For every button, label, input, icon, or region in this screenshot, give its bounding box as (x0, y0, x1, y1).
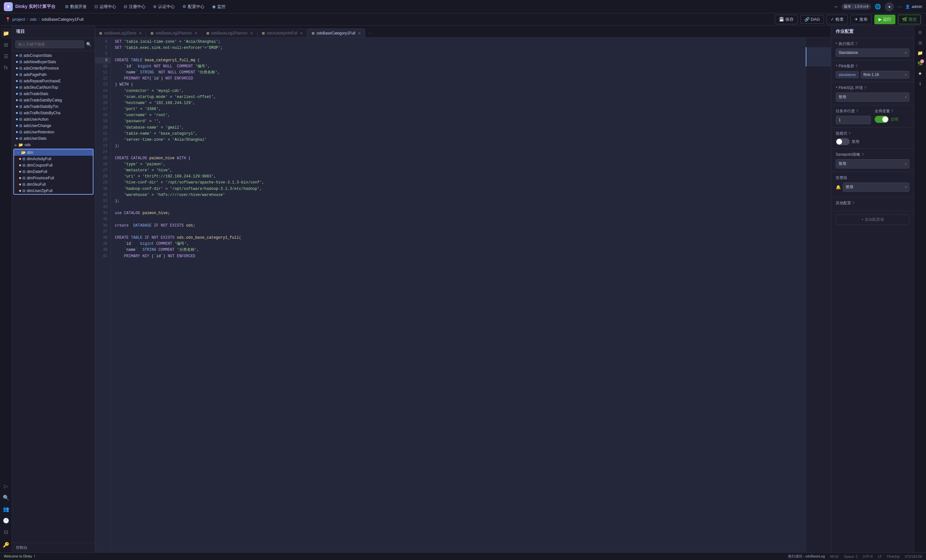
admin-dropdown[interactable]: 👤 admin (905, 5, 922, 9)
run-button[interactable]: ▶ 运行 (874, 15, 896, 24)
avatar-button[interactable]: ● (885, 2, 894, 11)
sidebar-icon-fx[interactable]: fx (1, 62, 11, 73)
exec-mode-select[interactable]: Standalone ▾ (836, 48, 909, 57)
rt-layout-btn[interactable]: ⊞ (916, 38, 925, 47)
tabs-bar: ⊞ odsBaseLog2Doris ✕ ⊞ odsBaseLog2Paimon… (95, 26, 831, 38)
tree-item-adsTradeStatsByCateg[interactable]: ⊞ adsTradeSatsByCateg (12, 97, 95, 103)
rt-star-btn[interactable]: ★ (916, 69, 925, 78)
tree-item-dimProvinceFull[interactable]: ⊞ dimProvinceFull (14, 175, 93, 181)
breadcrumb-ods[interactable]: ods (30, 17, 37, 22)
check-button[interactable]: ✓ 检查 (826, 15, 848, 24)
expand-icon[interactable]: ⇔ (834, 5, 838, 9)
global-var-toggle-label: 启用 (891, 117, 898, 122)
tab-close-icon[interactable]: ✕ (250, 31, 253, 35)
sidebar-icon-search[interactable]: 🔍 (1, 492, 11, 502)
tree-item-dimUserZipFull[interactable]: ⊞ dimUserZipFull (14, 188, 93, 194)
nav-data-dev[interactable]: ⊞ 数据开发 (62, 2, 90, 11)
sidebar-icon-arrow[interactable]: ▷ (1, 481, 11, 491)
add-config-button[interactable]: + 添加配置项 (836, 215, 909, 225)
tree-item-adsNewBuyerStats[interactable]: ⊞ adsNewBuyerStats (12, 59, 95, 65)
tree-item-adsUserAction[interactable]: ⊞ adsUserAction (12, 116, 95, 123)
search-input[interactable] (15, 41, 84, 48)
tree-item-dimDateFull[interactable]: ⊞ dimDateFull (14, 168, 93, 175)
globe-icon[interactable]: 🌐 (875, 3, 881, 9)
tree-item-adsRepeatPurchaseE[interactable]: ⊞ adsRepeatPurchaseE (12, 78, 95, 84)
folder-icon: 📂 (18, 143, 23, 147)
tab-log2paimon2[interactable]: ⊞ odsBaseLog2Paimon ✕ (202, 29, 257, 37)
sidebar-icon-grid[interactable]: ⊟ (1, 527, 11, 537)
publish-button[interactable]: ✈ 发布 (850, 15, 872, 24)
global-var-toggle[interactable] (875, 116, 889, 123)
dot-icon (19, 171, 21, 173)
tree-item-adsTradeStats[interactable]: ⊞ adsTradeStats (12, 91, 95, 97)
sidebar-icon-project[interactable]: 📁 (1, 28, 11, 38)
tree-item-adsUserChange[interactable]: ⊞ adsUserChange (12, 123, 95, 129)
global-var-help-icon[interactable]: ? (891, 109, 893, 114)
savepoint-help-icon[interactable]: ? (862, 153, 864, 157)
folder-dim[interactable]: ▼ 📂 dim (14, 149, 93, 156)
tab-close-icon[interactable]: ✕ (139, 31, 142, 35)
tab-activityinfo[interactable]: ⊞ odsActivityInfoFull ✕ (258, 29, 307, 37)
tree-item-adsSkuCartNumTop[interactable]: ⊞ adsSkuCartNumTop: (12, 84, 95, 91)
nav-monitor[interactable]: ◉ 监控 (209, 2, 229, 11)
save-button[interactable]: 💾 保存 (775, 15, 798, 24)
exec-mode-help-icon[interactable]: ? (855, 42, 858, 46)
nav-registry[interactable]: ⊟ 注册中心 (121, 2, 149, 11)
other-config-help-icon[interactable]: ? (852, 201, 855, 206)
tree-item-dimActivityFull[interactable]: ⊞ dimActivityFull (14, 156, 93, 162)
dot-icon (16, 67, 18, 69)
batch-mode-toggle[interactable] (836, 138, 850, 145)
nav-auth[interactable]: ⊛ 认证中心 (150, 2, 178, 11)
sidebar-icon-list[interactable]: ☰ (1, 51, 11, 61)
tree-item-adsPagePath[interactable]: ⊞ adsPagePath (12, 71, 95, 78)
rt-folder-btn[interactable]: 📁 (916, 48, 925, 58)
savepoint-select[interactable]: 禁用 ▾ (836, 159, 909, 168)
check-label: 检查 (835, 17, 844, 22)
folder-ods[interactable]: ▶ 📂 ods (12, 142, 95, 148)
tree-item-label: adsTradeStatsByTm (24, 104, 58, 109)
config-parallel-global: 任务并行度 ? 全局变量 ? 启用 (831, 105, 914, 128)
tab-close-icon[interactable]: ✕ (358, 31, 361, 35)
task-parallel-help-icon[interactable]: ? (856, 109, 858, 114)
tree-item-adsCouponStats[interactable]: ⊞ adsCouponStats (12, 52, 95, 59)
tab-close-icon[interactable]: ✕ (195, 31, 197, 35)
nav-ops[interactable]: ⊡ 运维中心 (91, 2, 119, 11)
tree-item-dimSkuFull[interactable]: ⊞ dimSkuFull (14, 181, 93, 188)
alert-group-label: 告警组 (836, 175, 909, 181)
dag-button[interactable]: 🔗 DAG (800, 15, 824, 24)
sidebar-icon-table[interactable]: ⊞ (1, 39, 11, 50)
tree-item-dimCouponFull[interactable]: ⊞ dimCouponFull (14, 162, 93, 168)
tree-item-adsTrafficStatsByCha[interactable]: ⊞ adsTrafficStatsByCha (12, 110, 95, 116)
tree-item-adsTradeStatsByTm[interactable]: ⊞ adsTradeStatsByTm (12, 103, 95, 110)
alert-group-select[interactable]: 禁用 ▾ (843, 183, 909, 192)
tab-close-icon[interactable]: ✕ (300, 31, 303, 35)
tree-item-adsUserRetention[interactable]: ⊞ adsUserRetention (12, 129, 95, 135)
breadcrumb-project[interactable]: project (12, 17, 25, 22)
rt-notification-btn[interactable]: 🌿 1 (916, 59, 925, 68)
console-bar[interactable]: 控制台 (12, 543, 95, 552)
tab-more-button[interactable]: ··· (366, 29, 374, 37)
task-parallel-input[interactable] (836, 116, 871, 124)
sidebar-icon-key[interactable]: 🔑 (1, 540, 11, 550)
rt-settings-btn[interactable]: ⚙ (916, 28, 925, 37)
tree-item-label: adsRepeatPurchaseE (24, 79, 61, 83)
sidebar-icon-clock[interactable]: 🕐 (1, 515, 11, 525)
tab-log2paimon1[interactable]: ⊞ odsBaseLog2Paimon ✕ (147, 29, 201, 37)
tab-category1full[interactable]: ⊞ odsBaseCategory1Full ✕ (307, 29, 365, 37)
batch-mode-help-icon[interactable]: ? (849, 132, 851, 136)
code-content[interactable]: SET 'table.local-time-zone' = 'Asia/Shan… (111, 38, 805, 552)
cluster-select[interactable]: flink-1.18 ▾ (861, 71, 909, 79)
search-icon[interactable]: 🔍 (86, 42, 92, 47)
tree-item-adsUserStats[interactable]: ⊞ adsUserStats (12, 135, 95, 142)
nav-config[interactable]: ⚙ 配置中心 (179, 2, 208, 11)
tree-item-adsOrderByProvince[interactable]: ⊞ adsOrderByProvince (12, 65, 95, 71)
rt-info-btn[interactable]: ℹ (916, 79, 925, 88)
language-info: FlinkSql (887, 555, 900, 558)
sidebar-icon-group[interactable]: 👥 (1, 504, 11, 514)
flink-cluster-help-icon[interactable]: ? (855, 64, 858, 69)
preview-button[interactable]: 🌿 预览 (898, 15, 921, 24)
tab-log2doris[interactable]: ⊞ odsBaseLog2Doris ✕ (95, 29, 146, 37)
flinksql-env-help-icon[interactable]: ? (864, 86, 866, 90)
registry-icon: ⊟ (124, 4, 127, 9)
flinksql-env-select[interactable]: 禁用 ▾ (836, 92, 909, 102)
